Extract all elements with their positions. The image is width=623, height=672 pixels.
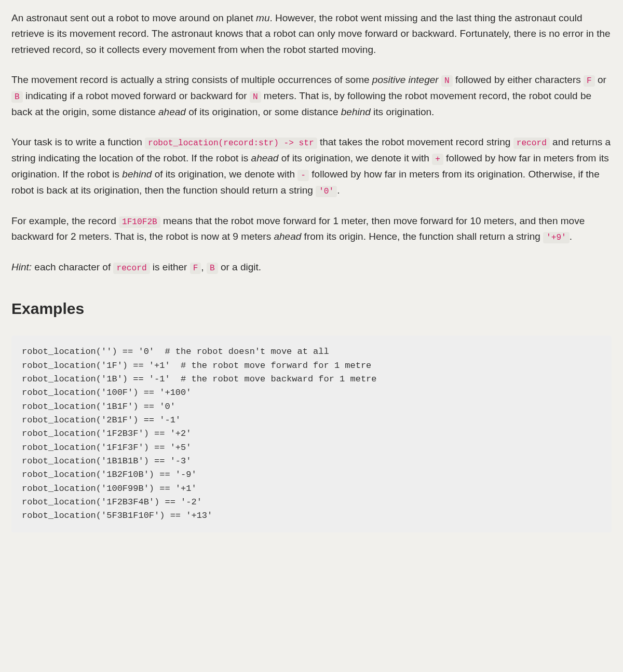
- hint-paragraph: Hint: each character of record is either…: [11, 259, 612, 276]
- record-definition-paragraph: The movement record is actually a string…: [11, 72, 612, 120]
- intro-paragraph: An astronaut sent out a robot to move ar…: [11, 10, 612, 58]
- ahead: ahead: [251, 153, 279, 163]
- text: that takes the robot movement record str…: [317, 136, 513, 147]
- example-return: '+9': [543, 232, 570, 243]
- code-F: F: [190, 263, 201, 274]
- text: from its origin. Hence, the function sha…: [301, 231, 543, 242]
- examples-code-block: robot_location('') == '0' # the robot do…: [11, 336, 612, 532]
- code-N: N: [250, 91, 261, 103]
- behind: behind: [122, 169, 152, 180]
- positive-integer: positive integer: [372, 74, 439, 85]
- text: .: [337, 185, 340, 196]
- code-plus: +: [432, 154, 443, 165]
- text: of its origination, we denote it with: [278, 153, 432, 163]
- planet-name: mu: [256, 12, 269, 23]
- task-paragraph: Your task is to write a function robot_l…: [11, 134, 612, 198]
- ahead: ahead: [158, 106, 186, 117]
- problem-statement: An astronaut sent out a robot to move ar…: [0, 0, 623, 548]
- code-B: B: [207, 263, 218, 274]
- text: .: [570, 231, 572, 242]
- text: or: [595, 74, 606, 85]
- text: An astronaut sent out a robot to move ar…: [11, 12, 256, 23]
- examples-heading: Examples: [11, 296, 612, 321]
- text: followed by either characters: [453, 74, 584, 85]
- text: indicating if a robot moved forward or b…: [23, 90, 250, 101]
- ahead: ahead: [274, 231, 301, 242]
- text: is either: [150, 262, 190, 272]
- text: of its origination, we denote with: [152, 169, 297, 180]
- code-record: record: [513, 138, 550, 149]
- code-zero: '0': [316, 186, 337, 197]
- text: Your task is to write a function: [11, 136, 145, 147]
- code-N: N: [441, 75, 453, 87]
- text: of its origination, or some distance: [186, 106, 341, 117]
- example-paragraph: For example, the record 1F10F2B means th…: [11, 213, 612, 245]
- text: its origination.: [371, 106, 435, 117]
- example-record: 1F10F2B: [119, 216, 160, 228]
- code-F: F: [584, 75, 595, 87]
- text: each character of: [32, 262, 113, 272]
- text: For example, the record: [11, 215, 119, 226]
- code-record: record: [113, 263, 150, 274]
- text: or a digit.: [218, 262, 261, 272]
- code-minus: -: [297, 170, 309, 181]
- code-B: B: [11, 91, 23, 103]
- text: ,: [201, 262, 207, 272]
- hint-label: Hint:: [11, 262, 32, 272]
- function-signature: robot_location(record:str) -> str: [145, 138, 317, 149]
- text: The movement record is actually a string…: [11, 74, 372, 85]
- behind: behind: [341, 106, 371, 117]
